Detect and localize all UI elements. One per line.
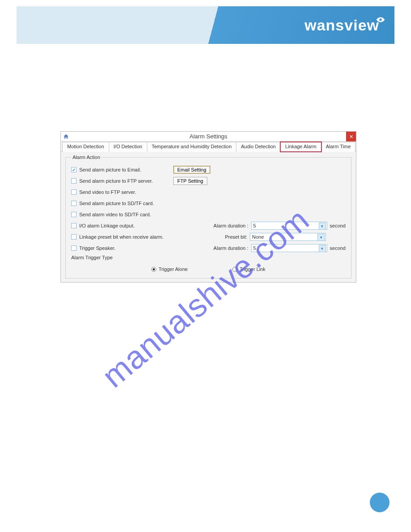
radio-dot-icon (232, 267, 237, 272)
brand-logo: wansview (304, 17, 384, 34)
dialog-titlebar: Alarm Settings ✕ (61, 132, 356, 142)
row-preset: ✔ Linkage preset bit when receive alarm.… (71, 232, 346, 242)
label-ftp-video: Send video to FTP server. (79, 189, 136, 195)
radio-trigger-alone[interactable]: Trigger Alone (151, 266, 188, 272)
tab-audio-detection[interactable]: Audio Detection (236, 142, 281, 152)
alarm-trigger-type-label: Alarm Trigger Type (71, 255, 346, 260)
dialog-body: Alarm Action ✔ Send alarm picture to Ema… (61, 152, 356, 281)
label-alarm-duration-2: Alarm duration : (204, 245, 248, 251)
unit-second-2: second (330, 245, 346, 251)
label-sd-pic: Send alarm picture to SD/TF card. (79, 201, 154, 206)
radio-row: Trigger Alone Trigger Link (71, 266, 346, 272)
ftp-setting-button[interactable]: FTP Setting (173, 177, 207, 185)
checkbox-sd-pic[interactable]: ✔ (71, 201, 77, 206)
select-alarm-duration-2[interactable]: 5 (251, 244, 327, 252)
unit-second-1: second (330, 223, 346, 228)
dialog-tabstrip: Motion Detection I/O Detection Temperatu… (61, 142, 356, 152)
row-speaker: ✔ Trigger Speaker. Alarm duration : 5 se… (71, 243, 346, 253)
select-alarm-duration-1[interactable]: 5 (251, 222, 327, 230)
dialog-title: Alarm Settings (61, 133, 356, 140)
alarm-settings-dialog: Alarm Settings ✕ Motion Detection I/O De… (60, 131, 356, 283)
row-ftp-video: ✔ Send video to FTP server. (71, 187, 346, 197)
brand-text: wansview (304, 17, 379, 34)
row-sd-video: ✔ Send alarm video to SD/TF card. (71, 210, 346, 219)
eye-icon (376, 15, 385, 25)
row-sd-pic: ✔ Send alarm picture to SD/TF card. (71, 198, 346, 208)
checkbox-ftp-video[interactable]: ✔ (71, 189, 77, 195)
select-value: 5 (253, 223, 256, 228)
radio-label-alone: Trigger Alone (158, 266, 188, 272)
checkbox-email[interactable]: ✔ (71, 167, 77, 172)
page-banner: wansview (17, 6, 394, 44)
select-value: None (252, 234, 264, 240)
label-speaker: Trigger Speaker. (79, 245, 173, 251)
row-ftp-pic: ✔ Send alarm picture to FTP server. FTP … (71, 176, 346, 186)
checkbox-preset[interactable]: ✔ (71, 234, 77, 240)
label-ftp-pic: Send alarm picture to FTP server. (79, 178, 173, 184)
close-button[interactable]: ✕ (346, 132, 356, 142)
checkbox-sd-video[interactable]: ✔ (71, 212, 77, 217)
checkbox-io-linkage[interactable]: ✔ (71, 223, 77, 228)
label-io-linkage: I/O alarm Linkage output. (79, 223, 173, 228)
radio-dot-icon (151, 267, 156, 272)
tab-temp-humidity[interactable]: Temperature and Humidity Detection (147, 142, 237, 152)
checkbox-ftp-pic[interactable]: ✔ (71, 178, 77, 184)
alarm-action-legend: Alarm Action (71, 154, 102, 160)
row-email: ✔ Send alarm picture to Email. Email Set… (71, 165, 346, 175)
label-email: Send alarm picture to Email. (79, 167, 173, 172)
label-preset: Linkage preset bit when receive alarm. (79, 234, 173, 240)
email-setting-button[interactable]: Email Setting (173, 166, 210, 174)
select-preset-bit[interactable]: None (250, 233, 326, 241)
tab-io-detection[interactable]: I/O Detection (109, 142, 147, 152)
label-alarm-duration-1: Alarm duration : (204, 223, 248, 228)
page-number-badge (370, 493, 390, 512)
home-icon[interactable] (61, 132, 71, 142)
tab-linkage-alarm[interactable]: Linkage Alarm (280, 142, 321, 152)
tab-motion-detection[interactable]: Motion Detection (62, 142, 109, 152)
radio-label-link: Trigger Link (240, 266, 265, 272)
row-io-linkage: ✔ I/O alarm Linkage output. Alarm durati… (71, 221, 346, 231)
tab-alarm-time[interactable]: Alarm Time (321, 142, 356, 152)
radio-trigger-link[interactable]: Trigger Link (232, 266, 265, 272)
label-preset-bit: Preset bit: (202, 234, 247, 240)
select-value: 5 (253, 245, 256, 251)
checkbox-speaker[interactable]: ✔ (71, 245, 77, 251)
close-icon: ✕ (349, 134, 353, 140)
alarm-action-fieldset: Alarm Action ✔ Send alarm picture to Ema… (65, 154, 351, 279)
label-sd-video: Send alarm video to SD/TF card. (79, 212, 151, 217)
